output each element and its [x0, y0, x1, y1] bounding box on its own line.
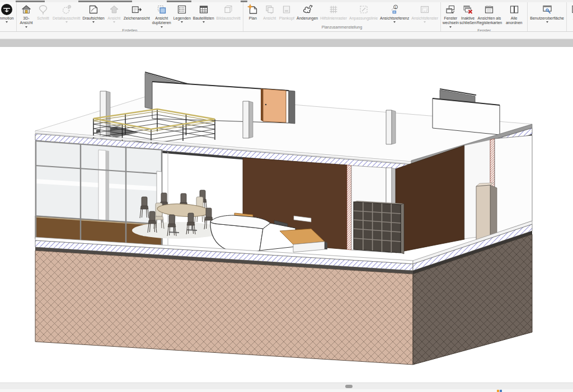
dropdown-caret-icon [546, 21, 548, 23]
drafting-view-icon [130, 3, 143, 16]
group-label-erstellen: Erstellen [18, 28, 242, 32]
dropdown-caret-icon [6, 21, 8, 23]
switch-windows-icon [444, 3, 457, 16]
model-bookshelf [354, 201, 404, 254]
tile-windows-icon [508, 3, 520, 16]
ansichtsreferenz-button[interactable]: 1 Ansichtsreferenz [379, 2, 410, 23]
title-block-icon [280, 3, 293, 16]
cutoff-tab-text [78, 1, 132, 2]
dropdown-caret-icon [65, 21, 68, 23]
dropdown-caret-icon [203, 21, 205, 23]
callout-icon [60, 3, 73, 16]
cutoff-tab-text [167, 1, 191, 2]
revisions-cloud-icon [301, 3, 313, 16]
legenden-button[interactable]: Legenden [172, 2, 192, 23]
sheet-icon [247, 3, 259, 16]
ribbon-group-fenster: Fenster wechseln Inaktive schließen Ansi… [441, 2, 528, 31]
fenster-wechseln-button[interactable]: Fenster wechseln [442, 2, 459, 28]
elevation-icon [108, 3, 120, 16]
dropdown-caret-icon [92, 21, 95, 23]
ribbon-tab-strip [0, 0, 573, 2]
twinmotion-button[interactable]: nmotion [0, 2, 15, 23]
ansichtsfenster-button: Ansichtsfenster [410, 2, 439, 23]
plan-button[interactable]: Plan [245, 2, 261, 21]
tabbed-views-icon [483, 3, 495, 16]
ribbon: nmotion 3D- Ansicht Schnitt Detailaussch… [0, 2, 573, 32]
status-icon [500, 390, 502, 392]
ansicht-duplizieren-button[interactable]: Ansicht duplizieren [151, 2, 172, 28]
3d-ansicht-button[interactable]: 3D- Ansicht [18, 2, 35, 28]
dropdown-caret-icon [113, 21, 115, 23]
cutoff-tab-text [16, 1, 45, 2]
roof-door [263, 89, 286, 122]
aenderungen-button[interactable]: Änderungen [295, 2, 319, 21]
roof-door-frame [261, 88, 263, 121]
bildausschnitt-button: Bildausschnitt [215, 2, 242, 21]
status-bar-edge [0, 389, 573, 392]
status-icon [497, 390, 499, 392]
plan-views-icon [87, 3, 100, 16]
benutzeroberflaeche-button[interactable]: Benutzeroberfläche [529, 2, 565, 23]
3d-model-view [0, 47, 573, 382]
user-interface-icon [541, 3, 553, 16]
twinmotion-icon [1, 3, 13, 16]
section-icon [37, 3, 49, 16]
ribbon-group-erstellen: 3D- Ansicht Schnitt Detailausschnitt Dra… [17, 2, 243, 31]
dropdown-caret-icon [181, 21, 183, 23]
alle-anordnen-button[interactable]: Alle anordnen [502, 2, 526, 26]
cutoff-tab-text [241, 1, 247, 2]
zeichenansicht-button[interactable]: Zeichenansicht [123, 2, 151, 21]
ansichten-als-registerkarten-button[interactable]: Ansichten als Registerkarten [477, 2, 502, 26]
cutoff-button[interactable]: Ans P [568, 2, 573, 26]
guide-grid-icon [327, 3, 340, 16]
3d-view-icon [20, 3, 32, 16]
view-tab-bar [0, 39, 573, 48]
drawing-canvas[interactable] [0, 47, 573, 382]
options-bar [0, 32, 573, 39]
ribbon-group-overflow: Ans P [567, 2, 573, 31]
viewport-icon [419, 3, 431, 16]
revit-window: { "colors": { "accentBlue": "#4a7fc1", "… [0, 0, 573, 392]
scope-box-icon [222, 3, 234, 16]
dropdown-caret-icon [393, 21, 396, 23]
schedules-icon [198, 3, 210, 16]
legends-icon [176, 3, 188, 16]
inaktive-schliessen-button[interactable]: Inaktive schließen [459, 2, 477, 26]
group-label-fenster: Fenster [442, 28, 526, 32]
scrollbar-thumb[interactable] [345, 385, 353, 388]
svg-text:1: 1 [394, 6, 396, 9]
horizontal-scrollbar[interactable] [0, 382, 573, 389]
draufsichten-button[interactable]: Draufsichten [81, 2, 105, 23]
ribbon-group-launcher: nmotion [0, 2, 17, 31]
ansicht-button: Ansicht [106, 2, 123, 23]
matchline-icon [358, 3, 370, 16]
cutoff-icon [570, 3, 573, 16]
group-label-planzusammenstellung: Planzusammenstellung [245, 25, 439, 31]
hilfslinienraster-button: Hilfslinienraster [319, 2, 348, 21]
dropdown-caret-icon [424, 21, 426, 23]
schnitt-button: Schnitt [35, 2, 51, 21]
detailausschnitt-button: Detailausschnitt [51, 2, 81, 23]
ribbon-group-planzusammenstellung: Plan Ansicht Plankopf Änderungen Hilfsli… [243, 2, 441, 31]
plankopf-button: Plankopf [278, 2, 295, 21]
ribbon-group-benutzeroberflaeche: Benutzeroberfläche [528, 2, 567, 31]
view-reference-icon: 1 [388, 3, 401, 16]
duplicate-view-icon [156, 3, 168, 16]
close-inactive-icon [462, 3, 474, 16]
bauteillisten-button[interactable]: Bauteillisten [192, 2, 215, 23]
ansicht-platzieren-button: Ansicht [261, 2, 278, 21]
place-view-icon [264, 3, 276, 16]
anpassungslinie-button: Anpassungslinie [348, 2, 379, 21]
